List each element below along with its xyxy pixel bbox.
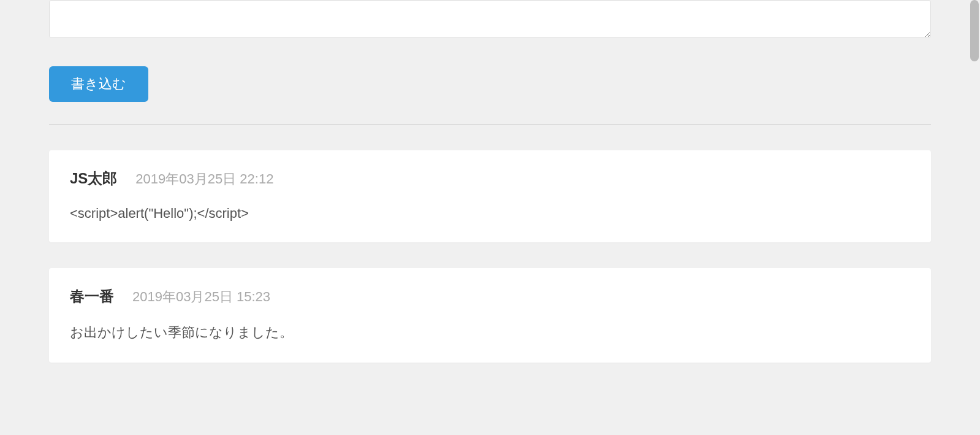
post-header: 春一番 2019年03月25日 15:23 [70, 287, 910, 306]
post-author: JS太郎 [70, 169, 117, 188]
post-timestamp: 2019年03月25日 15:23 [132, 288, 270, 306]
post-header: JS太郎 2019年03月25日 22:12 [70, 169, 910, 188]
post-timestamp: 2019年03月25日 22:12 [135, 170, 273, 188]
posts-area: JS太郎 2019年03月25日 22:12 <script>alert("He… [49, 150, 931, 363]
divider [49, 124, 931, 125]
post-body: お出かけしたい季節になりました。 [70, 323, 910, 342]
post-card: 春一番 2019年03月25日 15:23 お出かけしたい季節になりました。 [49, 268, 931, 363]
post-card: JS太郎 2019年03月25日 22:12 <script>alert("He… [49, 150, 931, 242]
post-author: 春一番 [70, 287, 114, 306]
scrollbar[interactable] [970, 0, 979, 61]
post-body: <script>alert("Hello");</script> [70, 206, 910, 221]
submit-button[interactable]: 書き込む [49, 66, 148, 102]
textarea-wrapper [49, 0, 931, 40]
main-container: 書き込む JS太郎 2019年03月25日 22:12 <script>aler… [0, 0, 980, 363]
post-textarea[interactable] [49, 0, 931, 38]
